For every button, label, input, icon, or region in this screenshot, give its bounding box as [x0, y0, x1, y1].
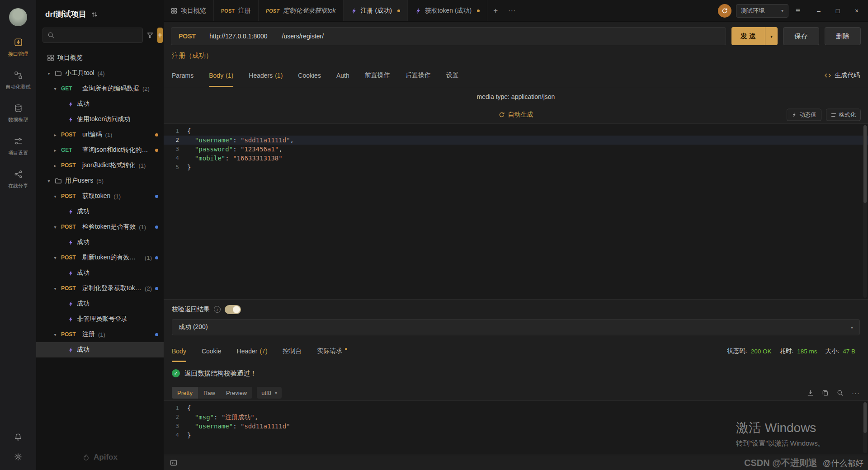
response-tab-2[interactable]: Header(7) [237, 341, 268, 362]
rail-item-api[interactable]: 接口管理 [6, 38, 31, 57]
send-options-caret[interactable]: ▾ [765, 27, 778, 45]
console-icon[interactable] [170, 459, 177, 466]
tree-request[interactable]: ▾POST刷新token的有效时间(1) [36, 250, 164, 265]
tree-arrow-icon[interactable]: ▸ [52, 163, 58, 168]
auto-generate-button[interactable]: 自动生成 [499, 111, 533, 119]
maximize-button[interactable]: □ [828, 0, 847, 22]
main-menu-button[interactable]: ≡ [793, 6, 803, 15]
view-pretty[interactable]: Pretty [172, 387, 198, 399]
response-tab-3[interactable]: 控制台 [283, 341, 302, 362]
tree-arrow-icon[interactable]: ▸ [52, 132, 58, 137]
environment-select[interactable]: 测试环境 ▾ [736, 4, 788, 18]
tree-arrow-icon[interactable]: ▾ [52, 255, 58, 260]
search-input[interactable] [58, 32, 138, 39]
document-tab-4[interactable]: 获取token (成功) [408, 0, 487, 21]
new-tab-button[interactable]: + [487, 0, 504, 21]
tree-arrow-icon[interactable]: ▾ [52, 86, 58, 91]
tree-request[interactable]: ▸POSTjson和dict格式转化(1) [36, 158, 164, 173]
document-tab-1[interactable]: POST注册 [214, 0, 259, 21]
request-tab-7[interactable]: 设置 [446, 64, 459, 87]
more-icon[interactable]: ··· [852, 389, 860, 397]
line-number: 3 [164, 145, 187, 154]
response-tab-1[interactable]: Cookie [202, 341, 222, 362]
tree-folder[interactable]: ▾用户users(5) [36, 173, 164, 188]
document-tab-0[interactable]: 项目概览 [164, 0, 214, 21]
generate-code-button[interactable]: 生成代码 [824, 71, 860, 80]
search-icon[interactable] [837, 390, 844, 396]
tab-overflow-button[interactable]: ··· [504, 0, 520, 21]
tree-request[interactable]: ▾POST检验token是否有效(1) [36, 219, 164, 235]
download-icon[interactable] [807, 390, 814, 396]
switch-project-icon[interactable] [91, 11, 98, 18]
scrollbar[interactable] [863, 402, 867, 453]
method-badge: POST [61, 162, 79, 169]
request-tab-1[interactable]: Body(1) [209, 64, 233, 87]
tree-request[interactable]: ▾POST获取token(1) [36, 188, 164, 204]
rail-item-auto[interactable]: 自动化测试 [6, 71, 31, 90]
document-tab-2[interactable]: POST定制化登录获取tok [259, 0, 344, 21]
scrollbar[interactable] [863, 125, 867, 298]
response-body-editor[interactable]: 1{2 "msg": "注册成功",3 "username": "sdd11a1… [164, 400, 868, 455]
tree-case[interactable]: 成功 [36, 96, 164, 112]
minimize-button[interactable]: – [809, 0, 828, 22]
add-button[interactable]: + [157, 28, 163, 43]
tree-request[interactable]: ▾GET查询所有的编码数据(2) [36, 81, 164, 96]
request-body-editor[interactable]: 1{2 "username": "sdd11a1111d",3 "passwor… [164, 123, 868, 299]
save-button[interactable]: 保存 [783, 27, 819, 45]
rail-item-model[interactable]: 数据模型 [6, 104, 31, 123]
request-tab-3[interactable]: Cookies [298, 64, 321, 87]
tree-request[interactable]: ▾POST定制化登录获取token(2) [36, 281, 164, 296]
bell-icon[interactable] [14, 433, 22, 441]
tree-arrow-icon[interactable]: ▾ [52, 286, 58, 291]
tree-request[interactable]: ▸POSTurl编码(1) [36, 127, 164, 142]
grid-icon [171, 8, 177, 14]
request-tab-5[interactable]: 前置操作 [365, 64, 390, 87]
search-box[interactable] [42, 28, 143, 43]
rail-item-proj[interactable]: 项目设置 [6, 137, 31, 156]
gear-icon[interactable] [14, 453, 22, 461]
tree-arrow-icon[interactable]: ▾ [46, 71, 52, 76]
expected-case-select[interactable]: 成功 (200) ▾ [172, 319, 860, 335]
tree-arrow-icon[interactable]: ▾ [52, 225, 58, 230]
request-tab-2[interactable]: Headers(1) [249, 64, 283, 87]
response-tab-label: Header [237, 348, 258, 355]
tree-case[interactable]: 成功 [36, 204, 164, 219]
request-tab-6[interactable]: 后置操作 [406, 64, 431, 87]
view-raw[interactable]: Raw [198, 387, 221, 399]
tree-case[interactable]: 成功 [36, 265, 164, 281]
filter-icon[interactable] [146, 28, 154, 42]
sync-button[interactable] [718, 4, 731, 18]
dynamic-value-button[interactable]: 动态值 [787, 109, 821, 121]
request-tab-0[interactable]: Params [172, 64, 193, 87]
delete-button[interactable]: 删除 [825, 27, 861, 45]
encoding-select[interactable]: utf8 ▾ [257, 387, 282, 399]
tree-case[interactable]: 成功 [36, 235, 164, 250]
tab-label: 注册 (成功) [361, 7, 392, 15]
response-tab-0[interactable]: Body [172, 341, 186, 362]
url-input[interactable]: POST http://127.0.0.1:8000 /users/regist… [171, 27, 726, 45]
view-preview[interactable]: Preview [221, 387, 252, 399]
copy-icon[interactable] [822, 390, 829, 396]
send-button[interactable]: 发 送 ▾ [731, 27, 778, 45]
tree-arrow-icon[interactable]: ▾ [46, 179, 52, 183]
tree-folder[interactable]: ▾小工具tool(4) [36, 66, 164, 81]
close-button[interactable]: × [847, 0, 866, 22]
tree-arrow-icon[interactable]: ▸ [52, 148, 58, 153]
tree-case[interactable]: 使用token访问成功 [36, 112, 164, 127]
tree-case[interactable]: 成功 [36, 342, 164, 357]
tree-request[interactable]: ▸GET查询json和dict转化的全部... [36, 142, 164, 158]
tree-case[interactable]: 成功 [36, 296, 164, 311]
tree-overview[interactable]: 项目概览 [36, 50, 164, 66]
tree-arrow-icon[interactable]: ▾ [52, 332, 58, 337]
document-tab-3[interactable]: 注册 (成功) [344, 0, 408, 21]
tree-arrow-icon[interactable]: ▾ [52, 194, 58, 199]
request-tab-4[interactable]: Auth [336, 64, 349, 87]
tree-item-label: 成功 [77, 269, 90, 277]
tree-case[interactable]: 非管理员账号登录 [36, 311, 164, 327]
validate-toggle[interactable] [225, 305, 241, 314]
user-avatar[interactable] [9, 8, 27, 26]
response-tab-4[interactable]: 实际请求 [317, 341, 347, 362]
rail-item-share[interactable]: 在线分享 [6, 170, 31, 189]
tree-request[interactable]: ▾POST注册(1) [36, 327, 164, 342]
format-button[interactable]: 格式化 [826, 109, 861, 121]
